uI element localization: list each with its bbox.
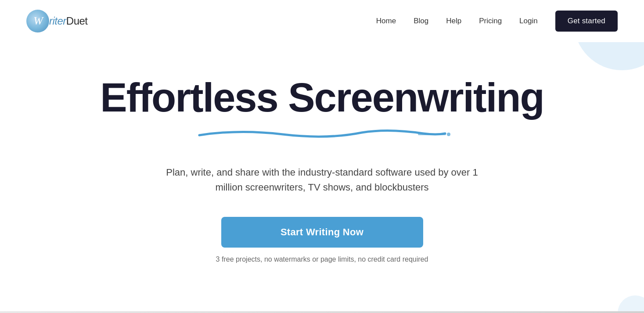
hero-underline-decoration: [186, 121, 458, 143]
hero-title: Effortless Screenwriting: [100, 77, 543, 118]
start-writing-button[interactable]: Start Writing Now: [221, 217, 423, 248]
logo-text: riterDuet: [49, 15, 88, 27]
logo-duet: Duet: [66, 15, 88, 27]
get-started-button[interactable]: Get started: [555, 11, 618, 32]
logo-italic: riter: [49, 15, 66, 27]
nav-link-login[interactable]: Login: [519, 17, 538, 25]
svg-point-0: [447, 133, 450, 136]
nav-links: Home Blog Help Pricing Login Get started: [376, 11, 618, 32]
hero-section: Effortless Screenwriting Plan, write, an…: [0, 42, 644, 281]
logo-link[interactable]: W riterDuet: [26, 10, 88, 32]
deco-circle-bottom-right: [618, 295, 644, 313]
logo-letter: W: [33, 14, 42, 28]
bottom-border: [0, 311, 644, 313]
nav-link-blog[interactable]: Blog: [414, 17, 428, 25]
hero-subtitle: Plan, write, and share with the industry…: [164, 165, 480, 195]
logo-circle: W: [26, 10, 49, 32]
hero-disclaimer: 3 free projects, no watermarks or page l…: [216, 255, 428, 263]
nav-link-home[interactable]: Home: [376, 17, 396, 25]
nav-link-help[interactable]: Help: [446, 17, 461, 25]
navbar: W riterDuet Home Blog Help Pricing Login…: [0, 0, 644, 42]
nav-link-pricing[interactable]: Pricing: [479, 17, 502, 25]
